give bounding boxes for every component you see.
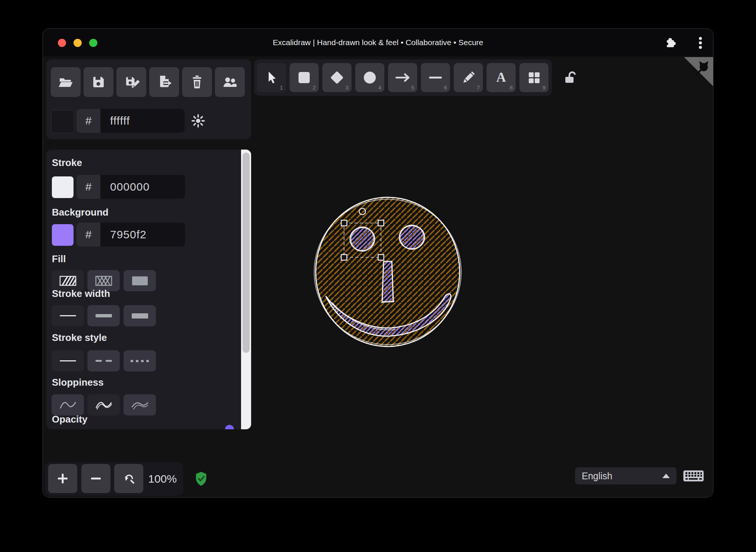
window-title: Excalidraw | Hand-drawn look & feel • Co… bbox=[43, 29, 713, 56]
artist-squiggle-icon bbox=[95, 399, 112, 411]
selection-handle-top-right[interactable] bbox=[378, 220, 384, 226]
rectangle-icon bbox=[296, 69, 312, 86]
fill-solid-icon bbox=[131, 275, 149, 286]
tool-shortcut: 6 bbox=[444, 84, 447, 91]
canvas-background-hex-input[interactable]: # ffffff bbox=[76, 109, 185, 133]
export-icon bbox=[156, 74, 172, 90]
shape-properties-panel: Stroke # 000000 Background # 7950f2 Fill bbox=[46, 150, 251, 429]
stroke-style-dashed-button[interactable] bbox=[87, 350, 120, 371]
tool-text[interactable]: A 8 bbox=[487, 63, 516, 92]
zoom-in-button[interactable] bbox=[48, 464, 77, 493]
opacity-slider-thumb[interactable] bbox=[225, 425, 234, 429]
stroke-width-thin-button[interactable] bbox=[51, 305, 84, 326]
solid-line-icon bbox=[60, 360, 76, 362]
sloppiness-cartoonist-button[interactable] bbox=[124, 394, 156, 415]
minus-icon bbox=[90, 472, 102, 485]
tool-arrow[interactable]: 5 bbox=[388, 63, 417, 92]
line-icon bbox=[427, 69, 444, 86]
tools-island: 1 2 3 4 bbox=[254, 59, 552, 96]
tool-shortcut: 5 bbox=[411, 84, 414, 91]
puzzle-notch bbox=[665, 43, 668, 45]
stroke-style-solid-button[interactable] bbox=[51, 350, 84, 371]
library-grid-icon bbox=[526, 69, 542, 86]
fill-solid-button[interactable] bbox=[124, 270, 156, 291]
thin-line-icon bbox=[60, 315, 76, 317]
tool-selection[interactable]: 1 bbox=[257, 63, 286, 92]
tool-shortcut: 3 bbox=[346, 84, 349, 91]
hex-prefix: # bbox=[76, 175, 100, 199]
stroke-width-label: Stroke width bbox=[52, 288, 110, 299]
background-color-swatch[interactable] bbox=[52, 224, 74, 246]
selection-handle-bottom-left[interactable] bbox=[341, 255, 347, 260]
svg-text:A: A bbox=[496, 70, 506, 85]
shield-check-icon[interactable] bbox=[195, 471, 207, 486]
selection-handle-top-left[interactable] bbox=[341, 220, 347, 226]
tool-shortcut: 8 bbox=[510, 84, 513, 91]
save-as-icon bbox=[123, 74, 140, 90]
dashed-line-icon bbox=[96, 360, 112, 362]
open-file-button[interactable] bbox=[51, 67, 81, 97]
zoom-out-button[interactable] bbox=[81, 464, 110, 493]
stroke-color-swatch[interactable] bbox=[52, 176, 74, 198]
canvas-background-swatch[interactable] bbox=[51, 110, 74, 133]
save-button[interactable] bbox=[84, 67, 113, 97]
panel-scrollbar-thumb[interactable] bbox=[243, 153, 250, 353]
desktop-background: Excalidraw | Hand-drawn look & feel • Co… bbox=[0, 0, 756, 552]
keyboard-shortcuts-icon[interactable] bbox=[683, 470, 704, 482]
stroke-style-label: Stroke style bbox=[52, 332, 107, 344]
clear-canvas-button[interactable] bbox=[182, 67, 212, 97]
github-corner[interactable] bbox=[684, 57, 713, 86]
background-hex-value[interactable]: 7950f2 bbox=[100, 223, 185, 247]
collaborators-button[interactable] bbox=[215, 67, 245, 97]
save-icon bbox=[90, 74, 107, 90]
theme-toggle-sun-icon[interactable] bbox=[191, 114, 205, 128]
background-hex-input[interactable]: # 7950f2 bbox=[76, 223, 185, 247]
stroke-label: Stroke bbox=[52, 157, 82, 169]
smiley-nose[interactable] bbox=[382, 261, 393, 302]
dropup-triangle-icon bbox=[662, 474, 670, 478]
tool-shortcut: 7 bbox=[477, 84, 480, 91]
language-select[interactable]: English bbox=[575, 467, 677, 484]
canvas-background-hex-value[interactable]: ffffff bbox=[100, 109, 185, 133]
extensions-puzzle-icon[interactable] bbox=[663, 36, 677, 50]
sloppiness-architect-button[interactable] bbox=[51, 394, 84, 415]
text-icon: A bbox=[493, 69, 509, 86]
fill-hachure-icon bbox=[59, 275, 76, 286]
unlocked-padlock-icon[interactable] bbox=[564, 70, 578, 85]
tool-shortcut: 9 bbox=[543, 84, 546, 91]
stroke-width-extra-bold-button[interactable] bbox=[124, 305, 156, 326]
tool-draw[interactable]: 7 bbox=[454, 63, 483, 92]
open-file-icon bbox=[57, 74, 74, 90]
tool-ellipse[interactable]: 4 bbox=[355, 63, 384, 92]
selection-handle-bottom-right[interactable] bbox=[378, 255, 384, 260]
excalidraw-window: Excalidraw | Hand-drawn look & feel • Co… bbox=[43, 28, 713, 498]
stroke-hex-input[interactable]: # 000000 bbox=[76, 175, 185, 199]
fill-label: Fill bbox=[52, 253, 66, 265]
trash-icon bbox=[189, 74, 205, 90]
hex-prefix: # bbox=[76, 109, 100, 133]
save-as-button[interactable] bbox=[116, 67, 146, 97]
reset-zoom-button[interactable] bbox=[114, 464, 143, 493]
stroke-style-dotted-button[interactable] bbox=[124, 350, 156, 371]
bold-line-icon bbox=[96, 314, 112, 317]
file-toolbar-island: # ffffff bbox=[46, 59, 251, 139]
cartoonist-squiggle-icon bbox=[131, 399, 149, 411]
stroke-hex-value[interactable]: 000000 bbox=[100, 175, 185, 199]
tool-diamond[interactable]: 3 bbox=[322, 63, 352, 92]
tool-rectangle[interactable]: 2 bbox=[290, 63, 319, 92]
fill-cross-hatch-icon bbox=[95, 275, 112, 286]
smiley-face-drawing[interactable] bbox=[311, 196, 465, 348]
pencil-icon bbox=[460, 69, 477, 86]
tool-library[interactable]: 9 bbox=[519, 63, 549, 92]
tool-line[interactable]: 6 bbox=[421, 63, 450, 92]
stroke-width-bold-button[interactable] bbox=[87, 305, 120, 326]
export-button[interactable] bbox=[149, 67, 179, 97]
plus-icon bbox=[56, 472, 69, 485]
titlebar: Excalidraw | Hand-drawn look & feel • Co… bbox=[43, 29, 713, 56]
overflow-menu-icon[interactable] bbox=[696, 37, 705, 50]
tool-shortcut: 2 bbox=[313, 84, 316, 91]
zoom-level[interactable]: 100% bbox=[148, 469, 182, 489]
dotted-line-icon bbox=[131, 360, 149, 362]
sloppiness-artist-button[interactable] bbox=[87, 394, 120, 415]
panel-scrollbar-track[interactable] bbox=[241, 150, 251, 429]
